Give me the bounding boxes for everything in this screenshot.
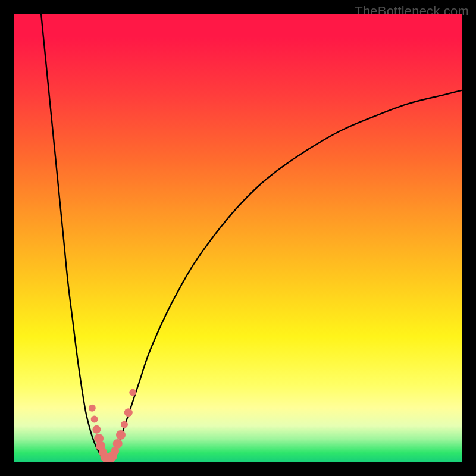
curve-layer	[14, 14, 462, 462]
sample-dot	[116, 430, 126, 440]
chart-frame: TheBottleneck.com	[0, 0, 476, 476]
left-branch-curve	[41, 14, 108, 462]
sample-dot	[92, 425, 101, 434]
right-branch-curve	[108, 90, 462, 462]
sample-dot	[129, 389, 136, 396]
sample-dot	[124, 408, 133, 416]
sample-dots-group	[89, 389, 136, 462]
sample-dot	[91, 416, 98, 423]
sample-dot	[89, 405, 96, 412]
sample-dot	[113, 439, 123, 449]
sample-dot	[121, 421, 128, 428]
plot-area	[14, 14, 462, 462]
